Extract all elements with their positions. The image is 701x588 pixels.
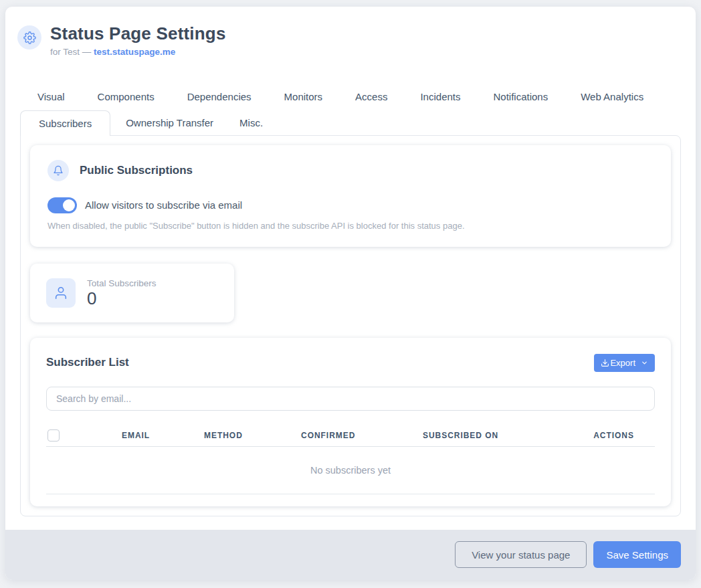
total-subscribers-card: Total Subscribers 0 <box>30 264 234 322</box>
column-email: EMAIL <box>122 431 204 440</box>
column-confirmed: CONFIRMED <box>301 431 423 440</box>
view-status-page-button[interactable]: View your status page <box>455 541 587 568</box>
tab-row-2: Subscribers Ownership Transfer Misc. <box>20 110 681 135</box>
column-subscribed-on: SUBSCRIBED ON <box>423 431 573 440</box>
select-all-cell <box>46 429 122 442</box>
chevron-down-icon <box>641 359 648 367</box>
table-header-row: EMAIL METHOD CONFIRMED SUBSCRIBED ON ACT… <box>46 425 655 447</box>
download-icon <box>601 359 609 367</box>
page-title: Status Page Settings <box>50 24 226 44</box>
page-header: Status Page Settings for Test — test.sta… <box>5 7 696 57</box>
tab-row-1: Visual Components Dependencies Monitors … <box>20 85 681 108</box>
tab-web-analytics[interactable]: Web Analytics <box>570 85 654 108</box>
search-input[interactable] <box>46 387 655 411</box>
export-button-label: Export <box>610 358 635 368</box>
toggle-help-text: When disabled, the public "Subscribe" bu… <box>47 221 654 231</box>
tab-subscribers[interactable]: Subscribers <box>20 110 110 136</box>
allow-subscribe-toggle[interactable] <box>47 197 77 213</box>
column-actions: ACTIONS <box>573 431 655 440</box>
tab-access[interactable]: Access <box>344 85 398 108</box>
gear-icon <box>17 25 41 50</box>
title-block: Status Page Settings for Test — test.sta… <box>50 24 226 57</box>
tab-components[interactable]: Components <box>87 85 165 108</box>
page-subtitle: for Test — test.statuspage.me <box>50 47 226 57</box>
toggle-label: Allow visitors to subscribe via email <box>85 199 242 211</box>
subscriber-list-header: Subscriber List Export <box>46 354 655 372</box>
tabs: Visual Components Dependencies Monitors … <box>5 85 696 135</box>
footer-actions: View your status page Save Settings <box>5 530 696 580</box>
total-subscribers-value: 0 <box>87 290 157 307</box>
tab-dependencies[interactable]: Dependencies <box>177 85 262 108</box>
user-icon <box>46 278 76 308</box>
settings-card: Status Page Settings for Test — test.sta… <box>5 7 696 580</box>
public-subscriptions-header: Public Subscriptions <box>47 160 654 181</box>
subscribers-panel: Public Subscriptions Allow visitors to s… <box>20 135 681 516</box>
public-subscriptions-card: Public Subscriptions Allow visitors to s… <box>30 145 671 247</box>
empty-state: No subscribers yet <box>46 447 655 494</box>
total-subscribers-label: Total Subscribers <box>87 278 157 288</box>
tab-misc[interactable]: Misc. <box>229 110 274 135</box>
select-all-checkbox[interactable] <box>47 429 60 442</box>
stat-text: Total Subscribers 0 <box>87 278 157 307</box>
subscriber-list-title: Subscriber List <box>46 356 129 369</box>
export-button[interactable]: Export <box>594 354 655 372</box>
save-settings-button[interactable]: Save Settings <box>593 541 681 568</box>
tab-visual[interactable]: Visual <box>27 85 76 108</box>
tab-incidents[interactable]: Incidents <box>409 85 471 108</box>
column-method: METHOD <box>204 431 301 440</box>
subscriber-list-card: Subscriber List Export <box>30 338 671 506</box>
tab-notifications[interactable]: Notifications <box>483 85 559 108</box>
toggle-knob <box>63 199 75 211</box>
status-page-link[interactable]: test.statuspage.me <box>94 47 175 57</box>
tab-monitors[interactable]: Monitors <box>274 85 334 108</box>
bell-icon <box>47 160 69 181</box>
subtitle-prefix: for Test — <box>50 47 91 57</box>
tab-ownership-transfer[interactable]: Ownership Transfer <box>115 110 224 135</box>
subscribe-toggle-row: Allow visitors to subscribe via email <box>47 197 654 213</box>
subscriber-table: EMAIL METHOD CONFIRMED SUBSCRIBED ON ACT… <box>46 425 655 494</box>
public-subscriptions-title: Public Subscriptions <box>80 164 193 177</box>
